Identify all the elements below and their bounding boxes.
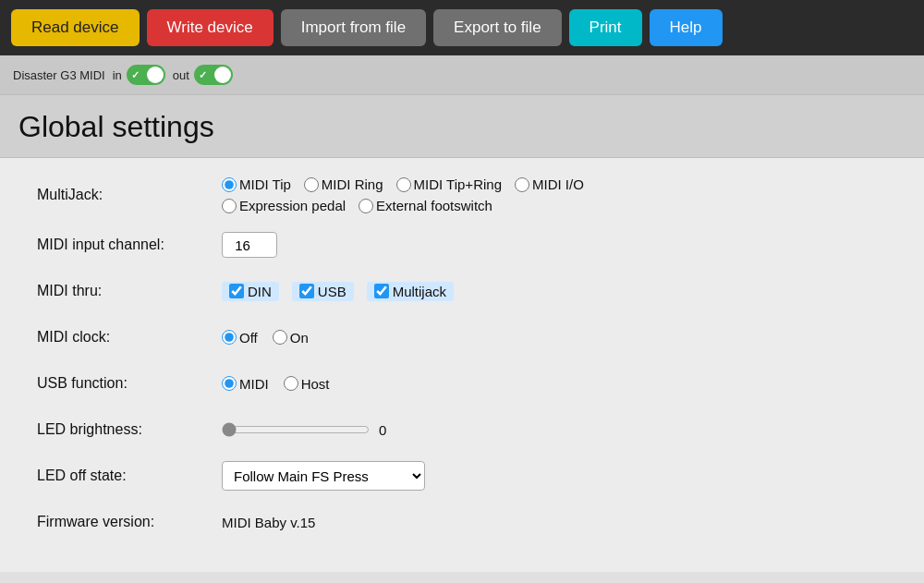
multijack-radio-expression-pedal[interactable] xyxy=(222,199,237,213)
multijack-label: MultiJack: xyxy=(37,187,222,203)
multijack-control: MIDI Tip MIDI Ring MIDI Tip+Ring MIDI I/… xyxy=(222,176,593,213)
midi-clock-on-label: On xyxy=(290,330,309,346)
multijack-row-2: Expression pedal External footswitch xyxy=(222,198,593,213)
multijack-label-midi-io: MIDI I/O xyxy=(532,176,584,192)
settings-content: MultiJack: MIDI Tip MIDI Ring MIDI Tip+R… xyxy=(0,158,924,572)
midi-thru-label: MIDI thru: xyxy=(37,283,222,299)
write-device-button[interactable]: Write device xyxy=(147,9,274,46)
help-button[interactable]: Help xyxy=(650,9,723,46)
multijack-option-midi-tip[interactable]: MIDI Tip xyxy=(222,176,291,192)
usb-function-host-label: Host xyxy=(301,376,330,392)
midi-thru-multijack-option[interactable]: Multijack xyxy=(367,282,454,301)
multijack-label-midi-tip: MIDI Tip xyxy=(239,176,291,192)
multijack-option-expression-pedal[interactable]: Expression pedal xyxy=(222,198,346,213)
firmware-version-control: MIDI Baby v.15 xyxy=(222,515,315,530)
toolbar: Read device Write device Import from fil… xyxy=(0,0,924,55)
multijack-label-midi-tip-ring: MIDI Tip+Ring xyxy=(414,176,502,192)
led-off-state-control: Follow Main FS Press Always Off Always O… xyxy=(222,461,425,491)
usb-function-control: MIDI Host xyxy=(222,376,339,392)
midi-input-channel-control xyxy=(222,232,277,258)
multijack-row: MultiJack: MIDI Tip MIDI Ring MIDI Tip+R… xyxy=(37,176,924,213)
midi-clock-label: MIDI clock: xyxy=(37,329,222,346)
midi-out-toggle-wrap: out ✓ xyxy=(173,65,233,85)
midi-thru-control: DIN USB Multijack xyxy=(222,282,461,301)
out-check-icon: ✓ xyxy=(199,69,207,81)
device-bar: Disaster G3 MIDI in ✓ out ✓ xyxy=(0,55,924,95)
multijack-grid: MIDI Tip MIDI Ring MIDI Tip+Ring MIDI I/… xyxy=(222,176,593,213)
usb-function-row: USB function: MIDI Host xyxy=(37,369,924,398)
multijack-label-midi-ring: MIDI Ring xyxy=(322,176,383,192)
out-label: out xyxy=(173,68,189,82)
midi-in-toggle-wrap: in ✓ xyxy=(113,65,165,85)
midi-clock-control: Off On xyxy=(222,330,318,346)
firmware-version-row: Firmware version: MIDI Baby v.15 xyxy=(37,507,924,537)
import-from-file-button[interactable]: Import from file xyxy=(281,9,426,46)
firmware-version-label: Firmware version: xyxy=(37,514,222,530)
midi-input-channel-row: MIDI input channel: xyxy=(37,230,924,260)
usb-function-host-option[interactable]: Host xyxy=(284,376,330,392)
multijack-option-external-footswitch[interactable]: External footswitch xyxy=(359,198,492,213)
multijack-option-midi-ring[interactable]: MIDI Ring xyxy=(304,176,383,192)
export-to-file-button[interactable]: Export to file xyxy=(433,9,562,46)
led-brightness-label: LED brightness: xyxy=(37,421,222,438)
midi-thru-usb-option[interactable]: USB xyxy=(292,282,354,301)
print-button[interactable]: Print xyxy=(569,9,642,46)
midi-thru-din-option[interactable]: DIN xyxy=(222,282,279,301)
led-brightness-value: 0 xyxy=(379,422,386,438)
midi-clock-off-radio[interactable] xyxy=(222,330,237,345)
led-brightness-row: LED brightness: 0 xyxy=(37,415,924,444)
midi-clock-row: MIDI clock: Off On xyxy=(37,322,924,352)
led-off-state-row: LED off state: Follow Main FS Press Alwa… xyxy=(37,461,924,491)
usb-function-midi-radio[interactable] xyxy=(222,376,237,391)
midi-clock-off-label: Off xyxy=(239,330,258,346)
usb-function-midi-option[interactable]: MIDI xyxy=(222,376,269,392)
in-toggle-knob xyxy=(147,67,164,83)
multijack-option-midi-io[interactable]: MIDI I/O xyxy=(515,176,584,192)
page-title: Global settings xyxy=(18,110,906,144)
midi-clock-on-option[interactable]: On xyxy=(273,330,309,346)
midi-thru-usb-label: USB xyxy=(318,284,346,299)
global-settings-header: Global settings xyxy=(0,95,924,158)
midi-out-toggle[interactable]: ✓ xyxy=(194,65,233,85)
led-brightness-control: 0 xyxy=(222,420,386,439)
led-off-state-select[interactable]: Follow Main FS Press Always Off Always O… xyxy=(222,461,425,491)
multijack-radio-midi-tip[interactable] xyxy=(222,177,237,192)
firmware-version-value: MIDI Baby v.15 xyxy=(222,515,315,530)
midi-thru-din-checkbox[interactable] xyxy=(229,284,244,298)
usb-function-host-radio[interactable] xyxy=(284,376,298,391)
led-brightness-slider[interactable] xyxy=(222,420,370,439)
in-label: in xyxy=(113,68,122,82)
usb-function-label: USB function: xyxy=(37,375,222,392)
multijack-radio-midi-tip-ring[interactable] xyxy=(396,177,411,192)
multijack-label-expression-pedal: Expression pedal xyxy=(239,198,346,213)
multijack-radio-midi-ring[interactable] xyxy=(304,177,319,192)
midi-clock-off-option[interactable]: Off xyxy=(222,330,258,346)
device-name-label: Disaster G3 MIDI xyxy=(13,68,105,82)
read-device-button[interactable]: Read device xyxy=(11,9,140,46)
midi-in-toggle[interactable]: ✓ xyxy=(127,65,165,85)
midi-thru-din-label: DIN xyxy=(248,284,272,299)
multijack-row-1: MIDI Tip MIDI Ring MIDI Tip+Ring MIDI I/… xyxy=(222,176,593,192)
multijack-option-midi-tip-ring[interactable]: MIDI Tip+Ring xyxy=(396,176,502,192)
out-toggle-knob xyxy=(214,67,231,83)
midi-clock-on-radio[interactable] xyxy=(273,330,287,345)
multijack-radio-external-footswitch[interactable] xyxy=(359,199,373,213)
midi-thru-multijack-checkbox[interactable] xyxy=(374,284,389,298)
led-off-state-label: LED off state: xyxy=(37,468,222,484)
multijack-radio-midi-io[interactable] xyxy=(515,177,529,192)
midi-thru-multijack-label: Multijack xyxy=(393,284,446,299)
in-check-icon: ✓ xyxy=(131,69,140,81)
midi-input-channel-input[interactable] xyxy=(222,232,277,258)
midi-input-channel-label: MIDI input channel: xyxy=(37,237,222,253)
midi-thru-row: MIDI thru: DIN USB Multijack xyxy=(37,276,924,306)
usb-function-midi-label: MIDI xyxy=(239,376,269,392)
midi-thru-usb-checkbox[interactable] xyxy=(299,284,314,298)
multijack-label-external-footswitch: External footswitch xyxy=(376,198,492,213)
